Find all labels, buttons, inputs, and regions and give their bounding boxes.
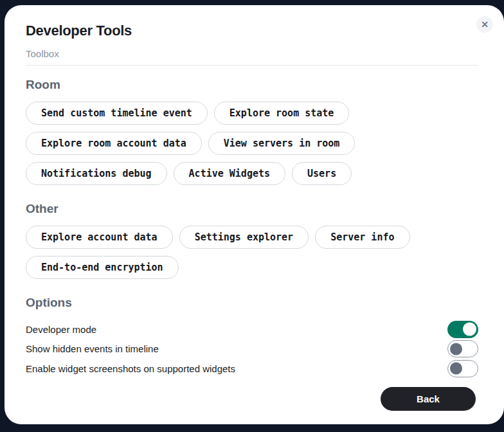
button-group-other: Explore account dataSettings explorerSer… xyxy=(26,226,478,279)
dialog-subtitle: Toolbox xyxy=(26,48,478,59)
toggle-switch-enable-widget-screenshots-on-supported-widgets[interactable] xyxy=(447,360,478,377)
toggle-switch-show-hidden-events-in-timeline[interactable] xyxy=(447,340,478,357)
section-room: RoomSend custom timeline eventExplore ro… xyxy=(26,78,478,185)
option-row-developer-mode: Developer mode xyxy=(26,320,478,339)
tool-button-notifications-debug[interactable]: Notifications debug xyxy=(26,162,167,185)
tool-button-settings-explorer[interactable]: Settings explorer xyxy=(179,226,309,249)
section-heading-options: Options xyxy=(26,296,478,310)
section-heading-other: Other xyxy=(26,202,478,216)
close-icon: ✕ xyxy=(481,16,489,33)
tool-button-end-to-end-encryption[interactable]: End-to-end encryption xyxy=(26,256,179,279)
toggle-knob xyxy=(450,343,462,355)
toggle-knob xyxy=(450,363,462,375)
tool-button-view-servers-in-room[interactable]: View servers in room xyxy=(208,132,356,155)
dialog-footer: Back xyxy=(381,387,476,411)
option-row-enable-widget-screenshots-on-supported-widgets: Enable widget screenshots on supported w… xyxy=(26,359,478,379)
option-label: Show hidden events in timeline xyxy=(26,343,159,354)
option-label: Developer mode xyxy=(26,324,96,335)
toggle-switch-developer-mode[interactable] xyxy=(447,321,478,338)
close-button[interactable]: ✕ xyxy=(476,16,493,33)
tool-button-explore-room-state[interactable]: Explore room state xyxy=(214,102,350,125)
tool-button-send-custom-timeline-event[interactable]: Send custom timeline event xyxy=(26,102,208,125)
subtitle-divider xyxy=(26,65,478,66)
tool-button-explore-account-data[interactable]: Explore account data xyxy=(26,226,173,249)
toggle-knob xyxy=(463,323,476,336)
option-row-show-hidden-events-in-timeline: Show hidden events in timeline xyxy=(26,339,478,359)
back-button[interactable]: Back xyxy=(381,387,476,411)
section-other: OtherExplore account dataSettings explor… xyxy=(26,202,478,279)
developer-tools-dialog: ✕ Developer Tools Toolbox RoomSend custo… xyxy=(4,5,504,424)
tool-sections: RoomSend custom timeline eventExplore ro… xyxy=(26,78,478,279)
tool-button-explore-room-account-data[interactable]: Explore room account data xyxy=(26,132,202,155)
tool-button-server-info[interactable]: Server info xyxy=(315,226,410,249)
option-label: Enable widget screenshots on supported w… xyxy=(26,363,235,374)
button-group-room: Send custom timeline eventExplore room s… xyxy=(26,102,478,185)
tool-button-active-widgets[interactable]: Active Widgets xyxy=(174,162,285,185)
options-toggle-list: Developer modeShow hidden events in time… xyxy=(26,320,478,379)
dialog-title: Developer Tools xyxy=(26,22,478,39)
section-heading-room: Room xyxy=(26,78,478,92)
tool-button-users[interactable]: Users xyxy=(292,162,352,185)
